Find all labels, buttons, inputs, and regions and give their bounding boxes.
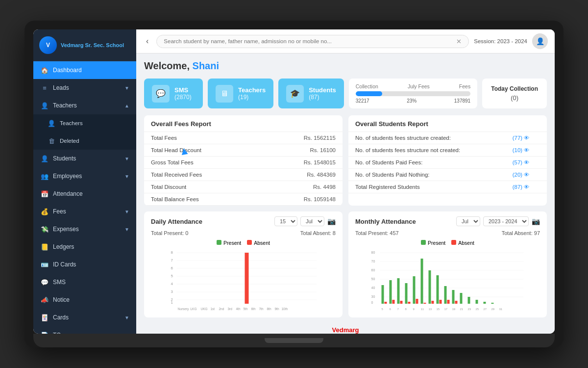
daily-day-select[interactable]: 15 — [274, 216, 297, 226]
sidebar-item-expenses[interactable]: 💸 Expenses ▼ — [33, 220, 136, 238]
sidebar-item-deleted[interactable]: 🗑 Deleted — [33, 132, 136, 150]
back-button[interactable]: ‹ — [143, 36, 151, 47]
table-row: Total Balance FeesRs. 1059148 — [144, 193, 343, 206]
sidebar-item-cards[interactable]: 🃏 Cards ▼ — [33, 309, 136, 326]
charts-row: Daily Attendance 15 Jul 📷 — [144, 211, 547, 317]
students-table: No. of students fees structure created: … — [348, 132, 547, 193]
cards-icon: 🃏 — [40, 313, 49, 322]
svg-text:7: 7 — [397, 308, 399, 311]
svg-text:5: 5 — [171, 274, 173, 278]
monthly-year-select[interactable]: 2023 - 2024 — [483, 216, 529, 226]
monthly-chart-area: 80 70 60 50 40 30 0 — [355, 249, 540, 313]
fees-icon: 💰 — [40, 207, 49, 216]
daily-month-select[interactable]: Jul — [300, 216, 324, 226]
monthly-total-absent: Total Absent: 97 — [502, 230, 540, 236]
stat-card-sms[interactable]: 💬 SMS (2870) — [144, 79, 203, 108]
sidebar-item-attendance[interactable]: 📅 Attendance — [33, 185, 136, 203]
sidebar-item-sms[interactable]: 💬 SMS — [33, 273, 136, 291]
table-row: Total Head DiscountRs. 16100 — [144, 144, 343, 157]
svg-rect-48 — [429, 270, 431, 304]
daily-chart-area: 8 7 6 5 4 3 2 1 — [151, 249, 336, 313]
daily-chart-controls: 15 Jul 📷 — [274, 216, 336, 226]
sidebar-item-leads[interactable]: ≡ Leads ▼ — [33, 79, 136, 97]
svg-text:60: 60 — [371, 268, 375, 272]
teachers-sub-icon: 👤 — [47, 119, 56, 128]
sidebar-item-idcards[interactable]: 🪪 ID Cards — [33, 256, 136, 273]
svg-text:6: 6 — [171, 266, 173, 270]
sidebar-item-teachers[interactable]: 👤 Teachers ▲ — [33, 97, 136, 114]
sidebar-label-leads: Leads — [53, 84, 124, 91]
svg-text:8: 8 — [405, 308, 407, 311]
svg-text:Nursery: Nursery — [178, 307, 190, 311]
svg-rect-61 — [416, 299, 418, 304]
brand-marg: marg — [343, 326, 359, 334]
svg-text:5: 5 — [382, 308, 384, 311]
collection-progress-bar — [356, 91, 470, 96]
brand-ved: Ved — [332, 326, 343, 334]
collection-fees-right: Fees — [459, 83, 470, 89]
sidebar-item-notice[interactable]: 📣 Notice — [33, 291, 136, 309]
svg-rect-56 — [491, 303, 494, 304]
svg-text:80: 80 — [371, 251, 375, 254]
svg-text:7th: 7th — [259, 307, 264, 311]
content-area: Welcome, Shani 💬 SMS (2870) 🖥 — [136, 53, 555, 334]
today-title: Today Collection — [491, 85, 538, 92]
sidebar-item-ledgers[interactable]: 📒 Ledgers — [33, 238, 136, 256]
students-stat-icon: 🎓 — [286, 85, 304, 103]
clear-search-button[interactable]: ✕ — [456, 38, 462, 45]
monthly-camera-icon[interactable]: 📷 — [532, 217, 540, 225]
monthly-month-select[interactable]: Jul — [456, 216, 480, 226]
leads-icon: ≡ — [40, 83, 49, 92]
stats-row: 💬 SMS (2870) 🖥 Teachers (19) — [144, 79, 547, 108]
daily-attendance-panel: Daily Attendance 15 Jul 📷 — [144, 211, 343, 317]
svg-text:19: 19 — [452, 308, 456, 311]
svg-text:23: 23 — [468, 308, 471, 311]
attendance-icon: 📅 — [40, 189, 49, 198]
svg-text:1: 1 — [171, 300, 173, 305]
daily-chart-legend: Present Absent — [151, 240, 336, 246]
svg-text:4th: 4th — [236, 307, 241, 311]
notice-icon: 📣 — [40, 295, 49, 304]
ledgers-icon: 📒 — [40, 242, 49, 251]
sms-stat-icon: 💬 — [152, 85, 170, 103]
monthly-chart-title: Monthly Attendance — [355, 218, 416, 225]
collection-left-value: 32217 — [356, 98, 369, 104]
search-input[interactable] — [164, 38, 453, 44]
sms-icon: 💬 — [40, 278, 49, 287]
sidebar-item-fees[interactable]: 💰 Fees ▼ — [33, 203, 136, 220]
monthly-chart-controls: Jul 2023 - 2024 📷 — [456, 216, 540, 226]
svg-rect-58 — [392, 300, 395, 304]
svg-text:40: 40 — [371, 286, 375, 289]
dashboard-icon: 🏠 — [40, 66, 49, 75]
search-bar[interactable]: ✕ — [156, 35, 469, 48]
teachers-stat-icon: 🖥 — [216, 85, 233, 103]
session-label: Session: 2023 - 2024 — [474, 38, 527, 44]
deleted-icon: 🗑 — [47, 136, 56, 145]
daily-chart-title: Daily Attendance — [151, 218, 202, 225]
sidebar-item-tc[interactable]: 📄 TC — [33, 326, 136, 334]
sidebar-item-students[interactable]: 👤 Students ▼ — [33, 150, 136, 167]
stat-card-teachers[interactable]: 🖥 Teachers (19) — [208, 79, 273, 108]
table-row: No. of Students Paid Fees: (57) 👁 — [348, 157, 547, 169]
teachers-chevron: ▲ — [124, 103, 129, 108]
collection-fees-label: July Fees — [408, 83, 430, 89]
sidebar-label-teachers: Teachers — [53, 102, 124, 109]
svg-text:30: 30 — [371, 295, 375, 298]
svg-rect-50 — [444, 286, 447, 304]
stat-card-students[interactable]: 🎓 Students (87) — [278, 79, 344, 108]
monthly-chart-legend: Present Absent — [355, 240, 540, 246]
sidebar-item-employees[interactable]: 👥 Employees ▼ — [33, 167, 136, 185]
svg-text:7: 7 — [171, 258, 173, 263]
daily-camera-icon[interactable]: 📷 — [327, 217, 336, 225]
sidebar-item-teachers-sub[interactable]: 👤 Teachers — [33, 114, 136, 132]
user-avatar[interactable]: 👤 — [532, 33, 548, 49]
svg-rect-51 — [452, 290, 455, 304]
sidebar-item-dashboard[interactable]: 🏠 Dashboard — [33, 61, 136, 79]
sidebar-label-employees: Employees — [53, 173, 124, 180]
expenses-chevron: ▼ — [124, 227, 129, 232]
sidebar-label-deleted: Deleted — [60, 138, 129, 144]
svg-rect-66 — [455, 301, 458, 304]
collection-right-value: 137891 — [454, 98, 470, 104]
table-row: Total DiscountRs. 4498 — [144, 181, 343, 193]
svg-rect-53 — [468, 297, 470, 304]
